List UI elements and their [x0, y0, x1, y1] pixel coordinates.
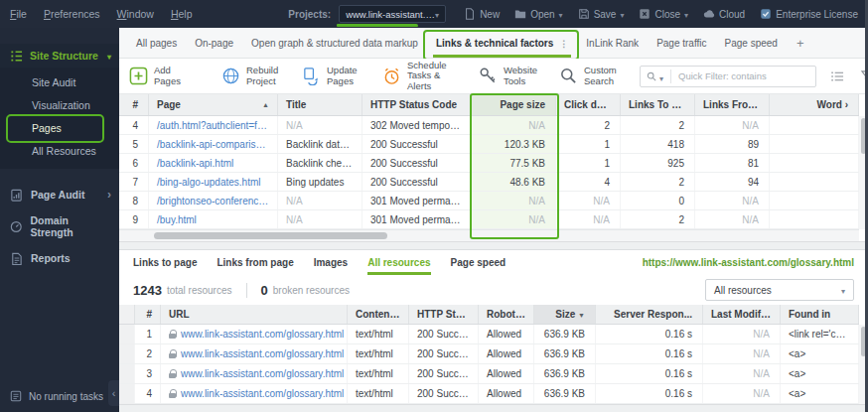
- sidebar-item-all-resources[interactable]: All Resources: [0, 140, 119, 163]
- resources-filter-dropdown[interactable]: All resources: [705, 279, 854, 301]
- links-from-page: N/A: [695, 210, 770, 228]
- new-project-button[interactable]: New: [464, 8, 500, 20]
- sidebar-item-page-audit[interactable]: Page Audit: [0, 183, 119, 206]
- column-header-url[interactable]: URL: [161, 305, 348, 324]
- page-link[interactable]: /auth.html?authclient=facebook: [149, 116, 278, 134]
- table-row[interactable]: 9 /buy.html N/A 301 Moved permanently N/…: [119, 210, 859, 229]
- tab-menu-icon[interactable]: [559, 38, 568, 49]
- column-header-status[interactable]: HTTP Status Code: [362, 94, 472, 115]
- column-header-content-type[interactable]: Content Type: [348, 305, 409, 324]
- links-from-page: N/A: [695, 192, 770, 209]
- sidebar-item-domain-strength[interactable]: Domain Strength: [0, 214, 119, 238]
- tab-all-resources[interactable]: All resources: [367, 250, 430, 275]
- site-structure-icon: [10, 50, 23, 63]
- sidebar-section-site-structure[interactable]: Site Structure: [0, 44, 119, 68]
- list-view-icon[interactable]: [830, 69, 844, 83]
- column-header-found-in[interactable]: Found in: [781, 305, 859, 324]
- chevron-down-icon[interactable]: [659, 68, 663, 85]
- column-header-word[interactable]: Word ›: [770, 94, 859, 115]
- column-header-num[interactable]: #: [119, 94, 149, 115]
- sidebar-collapse-handle[interactable]: [108, 380, 119, 406]
- resource-url[interactable]: www.link-assistant.com/glossary.html: [161, 384, 348, 403]
- panel-splitter[interactable]: [119, 241, 868, 250]
- column-header-size[interactable]: Size ▼: [534, 305, 596, 324]
- column-header-links-to-page[interactable]: Links To Page: [621, 94, 695, 115]
- table-row[interactable]: 8 /brightonseo-conference.html N/A 301 M…: [119, 192, 859, 210]
- project-actions: New Open Save Close Cloud: [464, 8, 858, 20]
- custom-search-button[interactable]: Custom Search: [559, 66, 630, 86]
- column-header-page-size[interactable]: Page size: [472, 94, 556, 115]
- tab-all-pages[interactable]: All pages: [127, 28, 186, 58]
- close-project-button[interactable]: Close: [639, 8, 688, 20]
- column-header-page[interactable]: Page▲: [149, 94, 278, 115]
- sidebar-item-reports[interactable]: Reports: [0, 246, 119, 270]
- tab-page-traffic[interactable]: Page traffic: [648, 28, 715, 58]
- save-project-button[interactable]: Save: [578, 8, 625, 20]
- tab-inlink-rank[interactable]: InLink Rank: [577, 28, 648, 58]
- page-link[interactable]: /buy.html: [149, 210, 278, 228]
- pages-table-body: 4 /auth.html?authclient=facebook N/A 302…: [119, 116, 868, 229]
- table-row[interactable]: 2 www.link-assistant.com/glossary.html t…: [119, 344, 859, 364]
- table-row[interactable]: 4 www.link-assistant.com/glossary.html t…: [119, 384, 859, 404]
- page-link[interactable]: /bing-algo-updates.html: [149, 173, 278, 191]
- tab-on-page[interactable]: On-page: [186, 28, 242, 58]
- table-row[interactable]: 5 /backlink-api-comparison.html Backlink…: [119, 135, 859, 154]
- schedule-tasks-button[interactable]: Schedule Tasks & Alerts: [382, 61, 457, 92]
- table-row[interactable]: 4 /auth.html?authclient=facebook N/A 302…: [119, 116, 859, 135]
- column-header-links-from-page[interactable]: Links From Page: [695, 94, 770, 115]
- column-header-robots[interactable]: Robots Instr...: [479, 305, 534, 324]
- resource-url[interactable]: www.link-assistant.com/glossary.html: [161, 344, 348, 363]
- resources-table: # URL Content Type HTTP Status C... Robo…: [119, 305, 868, 412]
- update-pages-button[interactable]: Update Pages: [302, 66, 372, 86]
- column-header-click-depth[interactable]: Click depth: [556, 94, 621, 115]
- tab-links-technical-factors[interactable]: Links & technical factors: [427, 28, 577, 58]
- sidebar-item-site-audit[interactable]: Site Audit: [0, 71, 119, 94]
- lock-icon: [169, 330, 176, 339]
- table-row[interactable]: 3 www.link-assistant.com/glossary.html t…: [119, 364, 859, 384]
- horizontal-scrollbar[interactable]: [119, 229, 859, 241]
- column-header-num[interactable]: #: [135, 305, 161, 324]
- close-icon: [639, 8, 651, 20]
- table-row[interactable]: 6 /backlink-api.html Backlink checker ..…: [119, 154, 859, 173]
- sidebar-item-pages[interactable]: Pages: [0, 117, 119, 140]
- open-project-button[interactable]: Open: [514, 8, 562, 20]
- website-tools-button[interactable]: Website Tools: [479, 66, 549, 86]
- column-header-title[interactable]: Title: [278, 94, 362, 115]
- domain-strength-icon: [10, 220, 23, 233]
- tab-links-from-page[interactable]: Links from page: [217, 250, 293, 275]
- resource-url[interactable]: www.link-assistant.com/glossary.html: [161, 325, 348, 343]
- page-size: 48.6 KB: [472, 173, 556, 191]
- table-row[interactable]: 7 /bing-algo-updates.html Bing updates 2…: [119, 173, 859, 192]
- tab-page-speed-bottom[interactable]: Page speed: [451, 250, 506, 275]
- server-response: 0.16 s: [596, 325, 703, 343]
- enterprise-license-button[interactable]: Enterprise License: [760, 8, 858, 20]
- add-tab-button[interactable]: [787, 28, 814, 58]
- server-response: 0.16 s: [596, 364, 703, 383]
- rebuild-project-button[interactable]: Rebuild Project: [221, 66, 292, 86]
- menu-help[interactable]: Help: [171, 8, 193, 20]
- tab-page-speed[interactable]: Page speed: [716, 28, 787, 58]
- column-header-http-status[interactable]: HTTP Status C...: [409, 305, 479, 324]
- menu-preferences[interactable]: Preferences: [44, 8, 100, 20]
- tab-images[interactable]: Images: [314, 250, 348, 275]
- tab-links-to-page[interactable]: Links to page: [133, 250, 197, 275]
- page-link[interactable]: /backlink-api-comparison.html: [149, 135, 278, 153]
- found-in: <a>: [781, 344, 859, 363]
- menu-file[interactable]: File: [10, 8, 27, 20]
- page-link[interactable]: /brightonseo-conference.html: [149, 192, 278, 209]
- resource-url[interactable]: www.link-assistant.com/glossary.html: [161, 364, 348, 383]
- quick-filter-input[interactable]: [678, 70, 809, 81]
- add-pages-button[interactable]: Add Pages: [129, 66, 200, 86]
- menu-window[interactable]: Window: [117, 8, 154, 20]
- row-gutter: [119, 325, 135, 343]
- custom-search-icon: [559, 67, 578, 85]
- table-row[interactable]: 1 www.link-assistant.com/glossary.html t…: [119, 325, 859, 344]
- scrollbar-thumb[interactable]: [154, 232, 387, 239]
- cloud-button[interactable]: Cloud: [703, 8, 745, 20]
- http-status: 200 Successful: [409, 364, 479, 383]
- column-header-server-response[interactable]: Server Respon...: [596, 305, 703, 324]
- column-header-last-modified[interactable]: Last Modified: [703, 305, 781, 324]
- page-link[interactable]: /backlink-api.html: [149, 154, 278, 172]
- tab-open-graph[interactable]: Open graph & structured data markup: [242, 28, 427, 58]
- project-dropdown[interactable]: www.link-assistant.com: [339, 5, 446, 23]
